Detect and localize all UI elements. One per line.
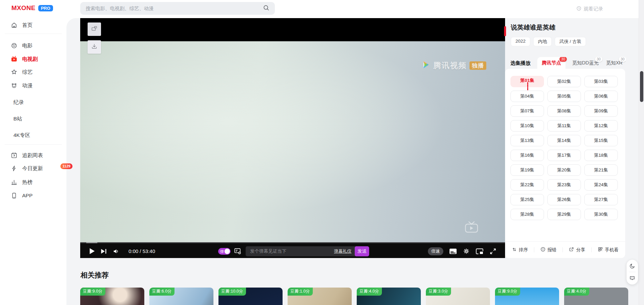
- feedback-button[interactable]: [629, 275, 635, 281]
- episode-button[interactable]: 第01集: [510, 76, 544, 87]
- popup-window-button[interactable]: [88, 22, 101, 36]
- danmaku-input[interactable]: [246, 249, 334, 254]
- sidebar-item-4k-zone[interactable]: 4K专区: [0, 128, 66, 143]
- episode-button[interactable]: 第07集: [510, 105, 544, 117]
- episode-label: 第30集: [594, 211, 608, 217]
- recommendation-card[interactable]: 豆瓣:3.0分: [426, 288, 490, 305]
- episode-button[interactable]: 第17集: [547, 150, 581, 161]
- tag-region[interactable]: 内地: [533, 37, 552, 46]
- episode-label: 第09集: [594, 108, 608, 114]
- episode-button[interactable]: 第19集: [510, 164, 544, 176]
- video-surface[interactable]: [80, 41, 505, 242]
- send-danmaku-button[interactable]: 发送: [355, 246, 369, 256]
- sidebar-item-hot-rank[interactable]: 热榜: [0, 175, 66, 190]
- picture-in-picture-icon[interactable]: [476, 248, 484, 255]
- floating-tools: [627, 260, 638, 285]
- episode-button[interactable]: 第25集: [510, 194, 544, 205]
- sort-button[interactable]: 排序: [512, 247, 528, 253]
- episode-button[interactable]: 第14集: [547, 135, 581, 146]
- episode-button[interactable]: 第13集: [510, 135, 544, 146]
- search-bar[interactable]: [80, 2, 275, 15]
- sidebar-item-today-updates[interactable]: 今日更新 1129: [0, 161, 66, 176]
- subtitle-icon[interactable]: [449, 248, 457, 255]
- episode-label: 第29集: [557, 211, 571, 217]
- episode-button[interactable]: 第28集: [510, 209, 544, 220]
- episode-button[interactable]: 第10集: [510, 120, 544, 132]
- search-input[interactable]: [86, 6, 263, 11]
- episode-button[interactable]: 第04集: [510, 91, 544, 102]
- episode-button[interactable]: 第26集: [547, 194, 581, 205]
- tag-year[interactable]: 2022: [511, 37, 530, 46]
- danmaku-input-box[interactable]: 弹幕礼仪 发送: [246, 246, 369, 256]
- volume-button[interactable]: [112, 248, 120, 255]
- episode-button[interactable]: 第24集: [584, 179, 618, 191]
- sidebar-item-app[interactable]: APP: [0, 188, 66, 203]
- sidebar-item-movies[interactable]: 电影: [0, 38, 66, 53]
- sidebar-item-home[interactable]: 首页: [0, 18, 66, 33]
- playback-speed-button[interactable]: 倍速: [428, 247, 443, 255]
- recommendation-card[interactable]: 豆瓣:9.0分: [80, 288, 144, 305]
- channel-watermark: 腾讯视频 独播: [420, 60, 486, 71]
- sidebar-item-anime[interactable]: 动漫: [0, 78, 66, 93]
- scrollbar-thumb[interactable]: [640, 71, 643, 102]
- download-button[interactable]: [88, 40, 101, 54]
- sidebar-item-documentary[interactable]: 纪录: [0, 95, 66, 110]
- recommendation-card[interactable]: 豆瓣:4.0分: [564, 288, 628, 305]
- episode-button[interactable]: 第21集: [584, 164, 618, 176]
- sidebar-item-schedule[interactable]: 追剧周表: [0, 148, 66, 163]
- danmaku-etiquette-link[interactable]: 弹幕礼仪: [334, 248, 351, 254]
- recommendation-card[interactable]: 豆瓣:9.0分: [495, 288, 559, 305]
- episode-button[interactable]: 第05集: [547, 91, 581, 102]
- episode-button[interactable]: 第16集: [510, 150, 544, 161]
- episode-button[interactable]: 第03集: [584, 76, 618, 87]
- play-button[interactable]: [89, 248, 95, 255]
- tv-icon: [11, 56, 17, 62]
- sidebar-item-variety[interactable]: 综艺: [0, 65, 66, 80]
- tab-source-xr[interactable]: 觅知XR 30: [605, 57, 623, 69]
- tab-source-dd-bluray[interactable]: 觅知DD蓝光 30: [572, 57, 599, 69]
- episode-label: 第02集: [557, 79, 571, 85]
- next-episode-button[interactable]: [100, 248, 107, 254]
- logo[interactable]: MXONE PRO: [11, 4, 53, 12]
- watch-on-phone-button[interactable]: 手机看: [598, 247, 619, 253]
- recommendation-card[interactable]: 豆瓣:10.0分: [218, 288, 283, 305]
- episode-button[interactable]: 第02集: [547, 76, 581, 87]
- tab-count-badge: 30: [619, 57, 626, 62]
- settings-gear-icon[interactable]: [463, 248, 470, 255]
- fullscreen-icon[interactable]: [489, 248, 497, 255]
- episode-button[interactable]: 第12集: [584, 120, 618, 132]
- sidebar-item-label: 今日更新: [22, 165, 43, 171]
- tag-genre[interactable]: 武侠 / 古装: [555, 37, 586, 46]
- episode-button[interactable]: 第09集: [584, 105, 618, 117]
- danmaku-settings-icon[interactable]: [234, 248, 242, 255]
- watch-history-button[interactable]: 观看记录: [576, 6, 603, 12]
- episode-button[interactable]: 第11集: [547, 120, 581, 132]
- scrollbar[interactable]: [639, 0, 644, 305]
- episode-button[interactable]: 第22集: [510, 179, 544, 191]
- episode-button[interactable]: 第18集: [584, 150, 618, 161]
- episode-button[interactable]: 第27集: [584, 194, 618, 205]
- recommendation-card[interactable]: 豆瓣:6.0分: [149, 288, 213, 305]
- calendar-icon: [11, 152, 17, 159]
- episode-button[interactable]: 第23集: [547, 179, 581, 191]
- episode-button[interactable]: 第08集: [547, 105, 581, 117]
- dark-mode-toggle[interactable]: [629, 263, 635, 269]
- report-error-button[interactable]: 报错: [540, 247, 557, 253]
- danmaku-toggle[interactable]: 弹: [218, 248, 231, 255]
- progress-bar[interactable]: [80, 242, 505, 243]
- recommendation-card[interactable]: 豆瓣:4.0分: [357, 288, 421, 305]
- episode-button[interactable]: 第29集: [547, 209, 581, 220]
- recommendation-card[interactable]: 豆瓣:1.0分: [288, 288, 352, 305]
- episode-button[interactable]: 第06集: [584, 91, 618, 102]
- share-button[interactable]: 分享: [569, 247, 585, 253]
- search-icon[interactable]: [263, 4, 269, 12]
- home-icon: [11, 22, 17, 29]
- sidebar-item-tv-series[interactable]: 电视剧: [0, 52, 66, 66]
- tab-source-tencent[interactable]: 腾讯节点 30: [537, 57, 565, 69]
- progress-played: [86, 242, 97, 243]
- episode-button[interactable]: 第30集: [584, 209, 618, 220]
- episode-button[interactable]: 第15集: [584, 135, 618, 146]
- sidebar-item-bilibili[interactable]: B站: [0, 111, 66, 126]
- episode-button[interactable]: 第20集: [547, 164, 581, 176]
- episode-actions-row: 排序 报错 分享 手机看: [505, 241, 625, 258]
